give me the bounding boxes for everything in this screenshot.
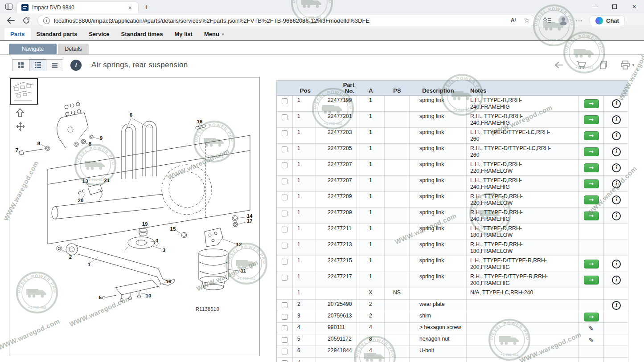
row-checkbox[interactable]: [282, 314, 287, 320]
minimize-button[interactable]: —: [585, 0, 605, 13]
table-row: 1 22477203 1 spring link L.H., TTYPE-D/T…: [277, 128, 628, 144]
part-info-button[interactable]: i: [612, 147, 621, 156]
part-info-button[interactable]: i: [612, 212, 621, 220]
row-select-cell: [277, 96, 293, 111]
row-pos: 1: [293, 144, 316, 159]
row-checkbox[interactable]: [282, 179, 287, 184]
add-part-button[interactable]: →: [584, 131, 599, 140]
url-field[interactable]: i localhost:8800/impact3/application/#pa…: [37, 15, 536, 26]
browser-tab[interactable]: Impact DVD 9840 ✕: [17, 2, 138, 13]
add-part-button[interactable]: →: [584, 99, 599, 108]
new-tab-button[interactable]: +: [144, 3, 149, 11]
row-checkbox[interactable]: [282, 259, 287, 264]
copy-icon[interactable]: [599, 61, 608, 69]
favorites-hub-icon[interactable]: [543, 17, 551, 24]
add-part-button[interactable]: →: [584, 195, 599, 204]
row-checkbox[interactable]: [282, 98, 287, 104]
row-notes: R.H., TTYPE-D,RRH-240,FRAMEHIG: [467, 208, 579, 224]
add-part-button[interactable]: →: [584, 163, 599, 172]
fit-up-arrow-icon[interactable]: [16, 108, 25, 118]
chat-label: Chat: [606, 17, 619, 24]
part-info-button[interactable]: i: [612, 301, 621, 310]
row-checkbox[interactable]: [282, 130, 287, 136]
column-header-ps: PS: [385, 81, 410, 95]
page-info-button[interactable]: i: [70, 60, 82, 71]
row-checkbox[interactable]: [282, 302, 287, 308]
nav-item-label: Service: [89, 31, 109, 37]
profile-avatar[interactable]: [558, 16, 568, 25]
row-description: spring link: [410, 256, 467, 272]
chat-icon: [595, 17, 603, 24]
nav-item-parts[interactable]: Parts ▾: [4, 28, 31, 40]
printer-icon: [620, 61, 631, 69]
window-close-button[interactable]: ✕: [624, 0, 644, 13]
part-info-button[interactable]: i: [612, 195, 621, 204]
row-checkbox[interactable]: [282, 195, 287, 200]
row-description: [410, 288, 467, 299]
print-caret-icon[interactable]: ▾: [632, 63, 634, 67]
read-aloud-icon[interactable]: A): [510, 17, 516, 24]
print-button[interactable]: ▾: [620, 61, 634, 69]
back-icon[interactable]: [6, 17, 15, 24]
add-part-button[interactable]: →: [584, 147, 599, 156]
row-checkbox[interactable]: [282, 349, 287, 354]
part-info-button[interactable]: i: [612, 276, 621, 285]
refresh-icon[interactable]: [22, 16, 30, 24]
row-checkbox[interactable]: [282, 275, 287, 281]
row-checkbox[interactable]: [282, 227, 287, 232]
tab-navigate[interactable]: Navigate: [9, 44, 57, 54]
row-checkbox[interactable]: [282, 360, 287, 362]
add-part-button[interactable]: →: [584, 313, 599, 321]
pan-move-icon[interactable]: [16, 122, 25, 131]
diagram-callout: 8: [37, 141, 40, 146]
row-checkbox[interactable]: [282, 243, 287, 248]
part-info-button[interactable]: i: [612, 131, 621, 140]
row-ps: [385, 358, 410, 362]
page-title: Air springs, rear suspension: [91, 61, 188, 69]
add-part-button[interactable]: →: [584, 115, 599, 124]
nav-item-standard-times[interactable]: Standard times ▾: [115, 28, 169, 40]
row-checkbox[interactable]: [282, 146, 287, 152]
row-select-cell: [277, 160, 293, 175]
grid-view-button[interactable]: [12, 59, 29, 71]
tab-close-icon[interactable]: ✕: [127, 4, 134, 11]
add-part-button[interactable]: →: [584, 276, 599, 285]
chat-button[interactable]: Chat: [590, 15, 625, 26]
list-view-button[interactable]: [29, 59, 46, 71]
row-part-number: 22477207: [316, 176, 357, 191]
row-checkbox[interactable]: [282, 211, 287, 216]
nav-item-standard-parts[interactable]: Standard parts ▾: [31, 28, 83, 40]
tab-details[interactable]: Details: [58, 44, 88, 54]
nav-item-menu[interactable]: Menu ▾: [198, 28, 230, 40]
row-ps: [385, 311, 410, 322]
part-info-button[interactable]: i: [612, 99, 621, 108]
row-checkbox[interactable]: [282, 337, 287, 343]
add-part-button[interactable]: →: [584, 212, 599, 220]
part-info-button[interactable]: i: [612, 260, 621, 268]
part-info-button[interactable]: i: [612, 115, 621, 124]
part-info-button[interactable]: i: [612, 179, 621, 188]
edit-icon[interactable]: ✎: [589, 325, 594, 332]
cart-icon[interactable]: [576, 61, 587, 69]
back-to-list-icon[interactable]: [554, 61, 564, 69]
row-checkbox[interactable]: [282, 163, 287, 168]
row-pos: 1: [293, 96, 316, 111]
part-info-button[interactable]: i: [612, 163, 621, 172]
nav-item-my-list[interactable]: My list ▾: [168, 28, 198, 40]
maximize-button[interactable]: [605, 0, 624, 13]
row-description: spring link: [410, 240, 467, 256]
parts-table-body: 1 22477199 1 spring link L.H., TTYPE-R,R…: [277, 96, 628, 362]
compact-view-button[interactable]: [46, 59, 63, 71]
row-checkbox[interactable]: [282, 325, 287, 331]
nav-item-service[interactable]: Service ▾: [83, 28, 115, 40]
diagram-thumbnail[interactable]: [10, 78, 38, 105]
add-part-button[interactable]: →: [584, 260, 599, 268]
row-checkbox[interactable]: [282, 114, 287, 120]
row-action-cell: →: [579, 112, 604, 127]
workspace-icon[interactable]: [5, 4, 12, 10]
edit-icon[interactable]: ✎: [589, 337, 594, 343]
site-info-icon[interactable]: i: [43, 17, 50, 24]
favorite-star-icon[interactable]: ☆: [524, 16, 530, 24]
browser-menu-icon[interactable]: ⋯: [575, 16, 582, 25]
add-part-button[interactable]: →: [584, 179, 599, 188]
